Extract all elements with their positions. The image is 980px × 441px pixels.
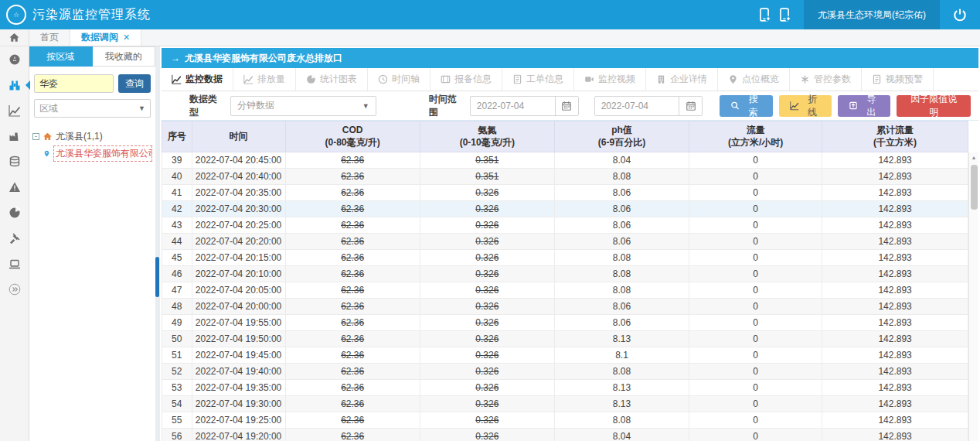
table-row[interactable]: 552022-07-04 19:25:0062.360.3268.080142.…: [162, 412, 968, 429]
content-tab-3[interactable]: 时间轴: [368, 68, 430, 91]
mobile-app-download-icon[interactable]: [757, 8, 771, 22]
query-button[interactable]: 查询: [118, 74, 151, 93]
content-tab-6[interactable]: 监控视频: [574, 68, 646, 91]
data-type-select[interactable]: 分钟数据 ▼: [230, 96, 376, 116]
sidebar-item-laptop[interactable]: [0, 251, 29, 276]
row-total: 142.893: [822, 429, 968, 441]
row-time: 2022-07-04 20:05:00: [192, 282, 285, 299]
table-row[interactable]: 562022-07-04 19:20:0062.360.3268.040142.…: [162, 429, 968, 441]
sidebar-item-gavel[interactable]: [0, 225, 29, 251]
row-time: 2022-07-04 19:25:00: [192, 412, 285, 429]
table-row[interactable]: 442022-07-04 20:20:0062.360.3268.060142.…: [162, 234, 968, 250]
factor-limit-info-button[interactable]: 因子限值说明: [897, 95, 971, 117]
tree-node-outfall[interactable]: 尤溪县华姿服饰有限公司废水总排放: [53, 145, 152, 162]
panel-tab-by-region[interactable]: 按区域: [29, 46, 93, 67]
calendar-icon[interactable]: [679, 97, 702, 115]
sidebar-item-compass[interactable]: [0, 46, 29, 72]
calendar-icon[interactable]: [555, 97, 578, 115]
table-row[interactable]: 462022-07-04 20:10:0062.360.3268.080142.…: [162, 266, 968, 282]
current-user[interactable]: 尤溪县生态环境局(纪宗佑): [804, 0, 940, 29]
row-time: 2022-07-04 20:35:00: [192, 185, 285, 201]
table-row[interactable]: 412022-07-04 20:35:0062.360.3268.060142.…: [162, 185, 968, 201]
row-cod: 62.36: [285, 396, 420, 412]
row-time: 2022-07-04 20:40:00: [192, 169, 285, 185]
table-row[interactable]: 472022-07-04 20:05:0062.360.3268.080142.…: [162, 282, 968, 299]
database-icon: [9, 156, 21, 168]
content-tab-10[interactable]: 视频预警: [862, 68, 934, 91]
table-row[interactable]: 492022-07-04 19:55:0062.360.3268.060142.…: [162, 315, 968, 331]
row-no: 48: [162, 299, 192, 315]
table-row[interactable]: 432022-07-04 20:25:0062.360.3268.060142.…: [162, 217, 968, 234]
row-no: 39: [162, 152, 192, 169]
table-row[interactable]: 392022-07-04 20:45:0062.360.3518.040142.…: [162, 152, 968, 169]
sidebar-item-database[interactable]: [0, 149, 29, 174]
date-from-input[interactable]: 2022-07-04: [470, 96, 579, 116]
sidebar-item-chevrons[interactable]: [0, 276, 29, 302]
content-tab-9[interactable]: 管控参数: [790, 68, 862, 91]
logout-button[interactable]: [940, 0, 980, 29]
mobile-app-download-icon-2[interactable]: [778, 8, 791, 22]
building-icon: [656, 74, 666, 84]
row-ph: 8.06: [554, 185, 689, 201]
table-row[interactable]: 482022-07-04 20:00:0062.360.3268.060142.…: [162, 299, 968, 315]
table-row[interactable]: 452022-07-04 20:15:0062.360.3268.080142.…: [162, 250, 968, 266]
row-cod: 62.36: [285, 380, 420, 396]
table-row[interactable]: 402022-07-04 20:40:0062.360.3518.080142.…: [162, 169, 968, 185]
line-chart-button[interactable]: 折线: [779, 95, 832, 117]
row-total: 142.893: [822, 250, 968, 266]
region-select[interactable]: 区域 ▼: [34, 99, 151, 118]
table-row[interactable]: 422022-07-04 20:30:0062.360.3268.060142.…: [162, 201, 968, 217]
tree-node-county[interactable]: 尤溪县(1,1): [56, 130, 103, 143]
row-nh3: 0.351: [420, 169, 554, 185]
sidebar-item-home[interactable]: [0, 29, 29, 46]
content-tab-8[interactable]: 点位概览: [718, 68, 790, 91]
panel-collapse-handle[interactable]: [155, 257, 159, 297]
search-button[interactable]: 搜索: [720, 95, 772, 117]
content-tab-0[interactable]: 监控数据: [162, 68, 233, 91]
tree-collapse-toggle[interactable]: -: [32, 133, 39, 140]
close-icon[interactable]: ✕: [123, 32, 130, 43]
date-to-input[interactable]: 2022-07-04: [594, 96, 703, 116]
table-row[interactable]: 532022-07-04 19:35:0062.360.3268.130142.…: [162, 380, 968, 396]
row-total: 142.893: [822, 347, 968, 364]
table-scrollbar[interactable]: ▲: [968, 152, 978, 441]
table-row[interactable]: 522022-07-04 19:40:0062.360.3268.080142.…: [162, 364, 968, 380]
content-tab-4[interactable]: 报备信息: [430, 68, 502, 91]
sidebar-item-binoculars[interactable]: [0, 72, 29, 97]
sidebar-item-pie[interactable]: [0, 200, 29, 225]
content-tab-5[interactable]: 工单信息: [502, 68, 574, 91]
table-row[interactable]: 542022-07-04 19:30:0062.360.3268.130142.…: [162, 396, 968, 412]
content-tab-2[interactable]: 统计图表: [296, 68, 368, 91]
row-cod: 62.36: [285, 234, 420, 250]
scrollbar-thumb[interactable]: [971, 165, 978, 210]
row-flow: 0: [689, 364, 822, 380]
row-flow: 0: [689, 266, 822, 282]
enterprise-search-input[interactable]: [34, 74, 114, 93]
page-tab-1[interactable]: 数据调阅✕: [70, 29, 141, 46]
panel-splitter: [155, 46, 160, 441]
top-header: ☆ 污染源监控管理系统 尤溪县生态环境局(纪宗佑): [0, 0, 980, 29]
content-tab-7[interactable]: 企业详情: [646, 68, 718, 91]
column-header-6: 累计流量(千立方米): [822, 121, 968, 152]
row-cod: 62.36: [285, 315, 420, 331]
line-chart-icon: [790, 101, 799, 111]
sidebar-item-warning[interactable]: [0, 174, 29, 200]
row-flow: 0: [689, 234, 822, 250]
sidebar-item-factory[interactable]: [0, 123, 29, 149]
page-tab-0[interactable]: 首页: [29, 29, 70, 46]
row-ph: 8.13: [554, 380, 689, 396]
content-tab-1[interactable]: 排放量: [233, 68, 296, 91]
panel-tab-favorites[interactable]: 我收藏的: [93, 46, 156, 67]
table-row[interactable]: 502022-07-04 19:50:0062.360.3268.130142.…: [162, 331, 968, 347]
row-flow: 0: [689, 217, 822, 234]
row-total: 142.893: [822, 201, 968, 217]
row-total: 142.893: [822, 396, 968, 412]
export-button[interactable]: 导出: [838, 95, 890, 117]
doc-icon: [872, 74, 882, 84]
row-ph: 8.06: [554, 299, 689, 315]
sidebar-item-chart-line[interactable]: [0, 97, 29, 123]
warning-icon: [9, 181, 21, 193]
table-row[interactable]: 512022-07-04 19:45:0062.360.3268.10142.8…: [162, 347, 968, 364]
scroll-up-arrow[interactable]: ▲: [969, 152, 978, 162]
row-ph: 8.08: [554, 282, 689, 299]
